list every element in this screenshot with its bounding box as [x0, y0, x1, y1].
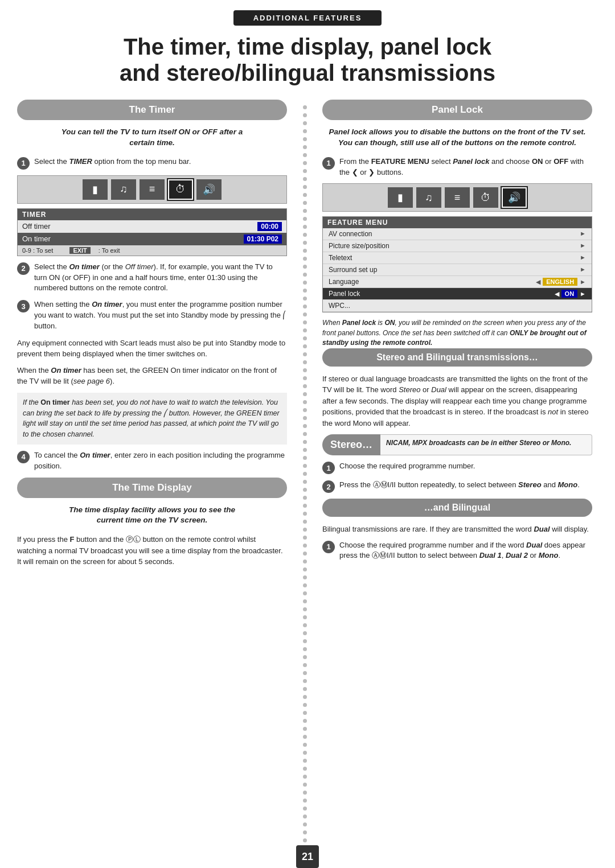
timer-step3: 3 When setting the On timer, you must en… — [17, 299, 287, 332]
dot — [303, 544, 307, 548]
bilingual-step1-text: Choose the required programme number and… — [339, 540, 592, 562]
dot — [303, 822, 307, 826]
feature-menu-box: FEATURE MENU AV connection ► Picture siz… — [322, 216, 592, 312]
dot — [303, 265, 307, 269]
dot — [303, 472, 307, 476]
panel-left-arrow: ◀ — [555, 290, 559, 298]
dot — [303, 448, 307, 452]
lang-left-arrow: ◀ — [536, 278, 540, 286]
time-display-header: The Time Display — [17, 478, 287, 498]
dot — [303, 440, 307, 444]
dot — [303, 105, 307, 109]
dot — [303, 583, 307, 587]
time-display-intro: The time display facility allows you to … — [17, 505, 287, 526]
dot — [303, 607, 307, 611]
timer-box: TIMER Off timer 00:00 On timer 01:30 P02… — [17, 208, 287, 256]
timer-off-row: Off timer 00:00 — [18, 220, 286, 233]
timer-hints: 0-9 : To set EXIT : To exit — [18, 245, 286, 256]
dot — [303, 400, 307, 404]
dot — [303, 703, 307, 707]
step-num-2: 2 — [17, 262, 30, 275]
dot — [303, 496, 307, 500]
dot — [303, 727, 307, 731]
dot — [303, 615, 307, 619]
dot — [303, 209, 307, 213]
dot — [303, 759, 307, 763]
dot — [303, 536, 307, 540]
dot — [303, 336, 307, 340]
stereo-step-num-1: 1 — [322, 462, 335, 474]
dot — [303, 368, 307, 372]
picture-icon-r: ▮ — [388, 187, 413, 208]
timer-menu-bar: ▮ ♫ ≡ ⏱ 🔊 — [17, 175, 287, 204]
step-num-4: 4 — [17, 451, 30, 463]
dot — [303, 623, 307, 627]
stereo-step1-text: Choose the required programme number. — [339, 461, 475, 472]
dot — [303, 687, 307, 691]
timer-step2: 2 Select the On timer (or the Off timer)… — [17, 262, 287, 294]
left-column: The Timer You can tell the TV to turn it… — [17, 100, 296, 850]
dot — [303, 177, 307, 181]
stereo-step2: 2 Press the ⒶⓂI/II button repeatedly, to… — [322, 480, 592, 493]
picture-arrow: ► — [580, 242, 586, 250]
dot — [303, 352, 307, 356]
feature-menu-language: Language ◀ ENGLISH ► — [323, 276, 592, 288]
timer-step1: 1 Select the TIMER option from the top m… — [17, 157, 287, 170]
dot — [303, 663, 307, 667]
dot — [303, 432, 307, 436]
additional-features-banner: Additional Features — [233, 10, 382, 26]
sound-icon: 🔊 — [196, 179, 222, 200]
dot — [303, 233, 307, 237]
timer-step4: 4 To cancel the On timer, enter zero in … — [17, 450, 287, 472]
stereo-step2-text: Press the ⒶⓂI/II button repeatedly, to s… — [339, 480, 580, 491]
feature-menu-picture: Picture size/position ► — [323, 240, 592, 252]
dot — [303, 512, 307, 516]
settings-icon: ≡ — [140, 179, 165, 200]
dot — [303, 320, 307, 324]
dot — [303, 416, 307, 420]
bilingual-step1: 1 Choose the required programme number a… — [322, 540, 592, 562]
clock-icon: ⏱ — [168, 179, 193, 200]
dot — [303, 193, 307, 197]
dot — [303, 424, 307, 428]
dot — [303, 504, 307, 508]
timer-on-row: On timer 01:30 P02 — [18, 233, 286, 245]
timer-step4-text: To cancel the On timer, enter zero in ea… — [34, 450, 287, 472]
panel-step-num-1: 1 — [322, 157, 335, 170]
dot — [303, 655, 307, 659]
dot — [303, 456, 307, 460]
bilingual-step-num-1: 1 — [322, 541, 335, 553]
dot — [303, 838, 307, 842]
panel-lock-menu-bar: ▮ ♫ ≡ ⏱ 🔊 — [322, 183, 592, 212]
dot — [303, 217, 307, 221]
timer-intro: You can tell the TV to turn itself ON or… — [17, 127, 287, 149]
bilingual-para: Bilingual transmissions are rare. If the… — [322, 524, 592, 535]
dot — [303, 567, 307, 571]
dot — [303, 488, 307, 492]
panel-lock-intro: Panel lock allows you to disable the but… — [322, 127, 592, 149]
main-title: The timer, time display, panel lock and … — [23, 34, 592, 86]
stereo-bilingual-header: Stereo and Bilingual transmissions… — [322, 348, 592, 367]
dot — [303, 679, 307, 683]
dot — [303, 743, 307, 747]
timer-header: The Timer — [17, 100, 287, 120]
dot — [303, 121, 307, 125]
feature-menu-header: FEATURE MENU — [323, 217, 592, 228]
dot — [303, 695, 307, 699]
timer-box-header: TIMER — [18, 209, 286, 220]
panel-lock-step1: 1 From the FEATURE MENU select Panel loc… — [322, 157, 592, 178]
dot — [303, 273, 307, 277]
surround-arrow: ► — [580, 266, 586, 274]
step-num-3: 3 — [17, 300, 30, 312]
time-display-para: If you press the F button and the ⓅⓁ but… — [17, 534, 287, 567]
english-badge: ENGLISH — [543, 278, 577, 286]
sound-icon-r: 🔊 — [502, 187, 527, 208]
dot — [303, 161, 307, 165]
dot — [303, 289, 307, 293]
dot — [303, 249, 307, 253]
panel-lock-header: Panel Lock — [322, 100, 592, 120]
dot — [303, 201, 307, 205]
dot — [303, 153, 307, 157]
on-badge: ON — [561, 290, 578, 298]
dot — [303, 480, 307, 484]
